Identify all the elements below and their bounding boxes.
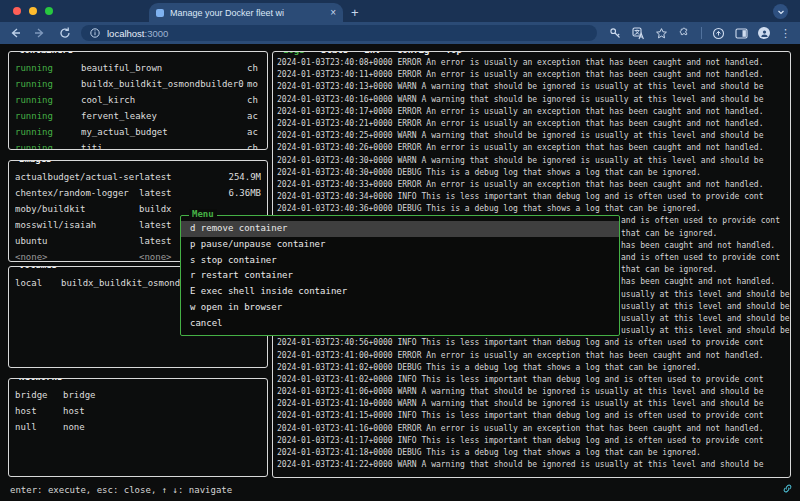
log-line: 2024-01-03T23:41:16+0000 ERROR An error … xyxy=(277,423,790,435)
containers-panel[interactable]: Containers runningbeautiful_brownchrunni… xyxy=(8,51,268,150)
url-text: localhost:3000 xyxy=(107,28,168,39)
container-row[interactable]: runningbuildx_buildkit_osmondbuilder0mo xyxy=(9,76,267,92)
container-status: running xyxy=(15,140,81,149)
log-line: 2024-01-03T23:40:33+0000 ERROR An error … xyxy=(277,179,790,191)
log-line: 2024-01-03T23:41:02+0000 INFO This is le… xyxy=(277,374,790,386)
log-line: 2024-01-03T23:40:25+0000 WARN A warning … xyxy=(277,130,790,142)
bookmark-star-icon[interactable] xyxy=(655,27,668,40)
tab-stats[interactable]: Stats xyxy=(321,51,348,55)
menu-item-r[interactable]: r restart container xyxy=(181,268,619,284)
connection-link-icon[interactable] xyxy=(782,483,793,494)
container-image: mo xyxy=(247,76,261,92)
window-minimize-button[interactable] xyxy=(29,7,37,15)
log-line: 2024-01-03T23:40:13+0000 WARN A warning … xyxy=(277,81,790,93)
image-row[interactable]: chentex/random-loggerlatest6.36MB xyxy=(9,185,267,201)
menu-item-s[interactable]: s stop container xyxy=(181,253,619,269)
browser-tabstrip: Manage your Docker fleet wi × + xyxy=(0,0,800,22)
log-line: 2024-01-03T23:40:08+0000 ERROR An error … xyxy=(277,57,790,69)
network-driver: host xyxy=(63,403,261,419)
network-row[interactable]: bridgebridge xyxy=(9,387,267,403)
tab-close-icon[interactable]: × xyxy=(330,7,336,18)
log-line: 2024-01-03T23:41:06+0000 WARN A warning … xyxy=(277,386,790,398)
log-line: 2024-01-03T23:40:16+0000 WARN A warning … xyxy=(277,94,790,106)
container-image: ac xyxy=(247,124,261,140)
container-status: running xyxy=(15,108,81,124)
log-line: 2024-01-03T23:40:11+0000 ERROR An error … xyxy=(277,69,790,81)
log-line: 2024-01-03T23:40:30+0000 DEBUG This is a… xyxy=(277,167,790,179)
new-tab-button[interactable]: + xyxy=(351,5,359,20)
reload-icon[interactable] xyxy=(59,27,71,39)
container-status: running xyxy=(15,92,81,108)
profile-avatar[interactable] xyxy=(758,27,770,39)
networks-panel[interactable]: Networks bridgebridgehosthostnullnone xyxy=(8,378,268,477)
password-key-icon[interactable] xyxy=(609,27,622,40)
log-line: 2024-01-03T23:40:36+0000 DEBUG This is a… xyxy=(277,203,790,215)
container-name: fervent_leakey xyxy=(81,108,247,124)
log-line: 2024-01-03T23:41:17+0000 INFO This is le… xyxy=(277,435,790,447)
logs-tab-separator: – xyxy=(305,51,321,55)
menu-title: Menu xyxy=(189,209,217,219)
network-name: bridge xyxy=(15,387,63,403)
tab-logs[interactable]: Logs xyxy=(283,51,305,55)
network-row[interactable]: hosthost xyxy=(9,403,267,419)
image-row[interactable]: actualbudget/actual-serverlatest254.9M xyxy=(9,169,267,185)
menu-item-p[interactable]: p pause/unpause container xyxy=(181,237,619,253)
menu-item-cancel[interactable]: cancel xyxy=(181,316,619,332)
window-zoom-button[interactable] xyxy=(45,7,53,15)
image-name: mosswill/isaiah xyxy=(15,217,139,233)
translate-icon[interactable] xyxy=(632,27,645,40)
container-row[interactable]: runningcool_kirchch xyxy=(9,92,267,108)
extensions-puzzle-icon[interactable] xyxy=(678,27,691,40)
address-bar[interactable]: localhost:3000 xyxy=(81,25,597,41)
logs-tab-separator: – xyxy=(381,51,397,55)
chevron-down-icon xyxy=(777,8,785,16)
log-line: 2024-01-03T23:40:17+0000 ERROR An error … xyxy=(277,106,790,118)
tab-env[interactable]: Env xyxy=(364,51,380,55)
profile-sync-icon[interactable] xyxy=(712,27,725,40)
browser-window: Manage your Docker fleet wi × + xyxy=(0,0,800,501)
menu-item-w[interactable]: w open in browser xyxy=(181,300,619,316)
browser-menu-icon[interactable]: ⋮ xyxy=(780,28,791,39)
network-row[interactable]: nullnone xyxy=(9,419,267,435)
back-icon[interactable] xyxy=(9,27,21,39)
person-icon xyxy=(760,29,769,38)
logs-tab-separator: – xyxy=(348,51,364,55)
menu-item-d[interactable]: d remove container xyxy=(181,221,619,237)
log-line: 2024-01-03T23:40:34+0000 INFO This is le… xyxy=(277,191,790,203)
window-controls xyxy=(13,7,53,15)
container-name: buildx_buildkit_osmondbuilder0 xyxy=(81,76,247,92)
container-name: cool_kirch xyxy=(81,92,247,108)
images-panel-title: Images xyxy=(16,160,55,164)
image-size: 6.36MB xyxy=(199,185,261,201)
container-row[interactable]: runningtitich xyxy=(9,140,267,149)
tab-top[interactable]: Top xyxy=(446,51,462,55)
tab-search-button[interactable] xyxy=(773,4,788,19)
tab-favicon-icon xyxy=(156,9,164,17)
container-row[interactable]: runningmy_actual_budgetac xyxy=(9,124,267,140)
volumes-panel-title: Volumes xyxy=(16,266,60,270)
container-image: ac xyxy=(247,108,261,124)
container-name: titi xyxy=(81,140,247,149)
side-panel-icon[interactable] xyxy=(735,27,748,40)
image-size: 254.9M xyxy=(199,169,261,185)
image-name: actualbudget/actual-server xyxy=(15,169,139,185)
forward-icon[interactable] xyxy=(34,27,46,39)
menu-item-E[interactable]: E exec shell inside container xyxy=(181,284,619,300)
container-image: ch xyxy=(247,140,261,149)
docker-tui: Containers runningbeautiful_brownchrunni… xyxy=(0,44,800,501)
site-info-icon[interactable] xyxy=(90,28,100,38)
container-name: my_actual_budget xyxy=(81,124,247,140)
browser-tab[interactable]: Manage your Docker fleet wi × xyxy=(149,3,343,22)
tab-config[interactable]: Config xyxy=(397,51,430,55)
toolbar-divider xyxy=(701,27,702,39)
container-row[interactable]: runningfervent_leakeyac xyxy=(9,108,267,124)
container-row[interactable]: runningbeautiful_brownch xyxy=(9,60,267,76)
window-close-button[interactable] xyxy=(13,7,21,15)
network-name: host xyxy=(15,403,63,419)
containers-panel-title: Containers xyxy=(16,51,76,55)
container-image: ch xyxy=(247,60,261,76)
network-driver: none xyxy=(63,419,261,435)
log-line: 2024-01-03T23:40:56+0000 INFO This is le… xyxy=(277,337,790,349)
log-line: 2024-01-03T23:41:18+0000 DEBUG This is a… xyxy=(277,447,790,459)
status-bar: enter: execute, esc: close, ↑ ↓: navigat… xyxy=(10,485,232,495)
